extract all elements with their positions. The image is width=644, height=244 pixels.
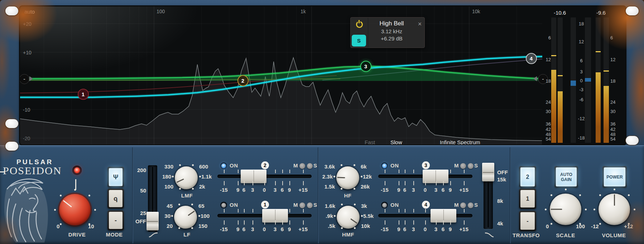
mode-button-rho[interactable]: ρ: [107, 189, 124, 209]
scale-label: SCALE: [549, 232, 582, 238]
knob-dot: [341, 227, 343, 229]
band-1-side-button[interactable]: [307, 202, 313, 208]
band-2-on-label[interactable]: ON: [230, 162, 238, 169]
band-3-mid-button[interactable]: [460, 163, 466, 169]
band-2-mid-button[interactable]: [299, 163, 305, 169]
band-4-number-badge: 4: [422, 201, 430, 209]
drive-max-label: 10: [88, 223, 94, 229]
knob-dot: [88, 195, 90, 196]
band-2-side-button[interactable]: [307, 163, 313, 169]
screw: [5, 142, 18, 151]
band-power-icon[interactable]: [356, 21, 363, 28]
transfo-button-2[interactable]: 2: [519, 166, 536, 188]
band-4-handle[interactable]: 4: [526, 53, 537, 64]
band-gain-value: +6.29 dB: [368, 35, 415, 42]
band-1-side-label: S: [313, 202, 317, 208]
band-4-mid-button[interactable]: [460, 202, 466, 208]
auto-scale-button[interactable]: auto: [24, 9, 35, 15]
spectrum-mode-button[interactable]: Infinite Spectrum: [440, 139, 480, 145]
band-1-row: ON 1 M S -159630369+15: [217, 200, 318, 236]
hmf-freq-3k: 3k: [361, 203, 367, 209]
gain-scale-label: 3: [434, 226, 437, 232]
gain-scale-label: 3: [274, 226, 277, 232]
drive-knob[interactable]: [59, 194, 91, 225]
knob-dot: [599, 223, 601, 225]
meter-element: [604, 70, 609, 72]
lpf-fader: OFF 15k 8k 4k: [482, 158, 522, 244]
band-3-handle[interactable]: 3: [360, 61, 371, 72]
band-1-on-label[interactable]: ON: [230, 202, 238, 208]
lf-freq-100: 100: [201, 213, 210, 219]
hmf-knob[interactable]: [337, 206, 360, 229]
mode-button-minus[interactable]: -: [107, 210, 124, 230]
lf-knob[interactable]: [174, 206, 197, 229]
band-2-mid-label: M: [293, 162, 298, 169]
hf-knob[interactable]: [336, 166, 359, 189]
gain-scale-label: 3: [251, 187, 254, 193]
knob-dot: [333, 176, 335, 177]
band-3-number-badge: 3: [422, 161, 430, 169]
band-tooltip-close-icon[interactable]: ×: [415, 18, 424, 48]
lf-freq-30: 30: [164, 213, 170, 219]
power-button[interactable]: POWER: [602, 166, 627, 188]
analyzer-speed-slow[interactable]: Slow: [390, 139, 402, 145]
auto-gain-button[interactable]: AUTOGAIN: [554, 166, 578, 188]
knob-dot: [199, 176, 201, 177]
analyzer-speed-fast[interactable]: Fast: [365, 139, 375, 145]
meter-element: 18: [542, 79, 551, 84]
volume-knob-wrap: [599, 194, 630, 225]
scale-min-label: 0: [546, 223, 549, 229]
output-meters: -10.6 -9.6 66121218182424303036364242484…: [542, 6, 625, 145]
band-3-on-label[interactable]: ON: [390, 162, 399, 169]
db-label-plus20: +20: [23, 21, 32, 27]
band-1-led-bezel: [220, 202, 227, 209]
band-4-gain-track[interactable]: [378, 214, 472, 218]
band-1-on-led: [221, 203, 226, 208]
mode-label: MODE: [98, 231, 130, 238]
gain-scale-label: +15: [459, 187, 468, 193]
drive-knob-wrap: [59, 194, 91, 225]
scale-knob[interactable]: [550, 194, 581, 225]
mode-button-psi[interactable]: Ψ: [107, 167, 124, 187]
lmf-freq-100: 100: [164, 184, 173, 190]
transfo-button-1[interactable]: 1: [519, 189, 536, 209]
lpf-scale-15k: 15k: [497, 176, 506, 182]
lmf-knob[interactable]: [175, 166, 198, 189]
band-3-side-button[interactable]: [468, 163, 474, 169]
gain-scale-label: 9: [288, 226, 291, 232]
lmf-freq-330: 330: [164, 164, 173, 170]
band-2-handle[interactable]: 2: [237, 75, 249, 86]
meter-element: 12: [610, 57, 620, 62]
gain-scale-label: 3: [274, 187, 277, 193]
gain-scale-label: 6: [242, 226, 245, 232]
band-3-row: ON 3 M S -159630369+15: [378, 161, 479, 197]
band-solo-button[interactable]: S: [352, 35, 366, 47]
lpf-scale-8k: 8k: [497, 198, 503, 204]
band-1-mid-button[interactable]: [299, 202, 305, 208]
hpf-handle-arrow-icon: [29, 76, 33, 81]
band-2-on-led: [221, 164, 226, 168]
meter-element: 54: [542, 137, 551, 142]
knob-dot: [565, 189, 567, 190]
hf-label: HF: [332, 192, 364, 199]
volume-knob[interactable]: [599, 194, 630, 225]
gain-scale-label: 0: [424, 187, 427, 193]
knob-dot: [191, 204, 193, 205]
lpf-fader-handle[interactable]: [482, 163, 494, 181]
band-1-handle[interactable]: 1: [78, 89, 89, 100]
hmf-freq-1k6: 1.6k: [325, 203, 335, 209]
band-4-side-button[interactable]: [468, 202, 474, 208]
band-4-mid-label: M: [454, 202, 459, 208]
band-4-ticks-bottom: [378, 220, 472, 225]
freq-label-100: 100: [157, 9, 165, 14]
meter-element: [558, 91, 563, 143]
meter-element: 30: [610, 109, 620, 114]
knob-dot: [354, 164, 355, 166]
hpf-fader-handle[interactable]: [146, 212, 159, 230]
band-4-on-label[interactable]: ON: [390, 202, 399, 208]
lf-freq-20: 20: [167, 223, 173, 229]
gain-scale-label: -15: [220, 226, 228, 232]
knob-dot: [60, 223, 62, 225]
gain-scale-label: 6: [281, 187, 284, 193]
transfo-button-minus[interactable]: -: [519, 211, 536, 231]
